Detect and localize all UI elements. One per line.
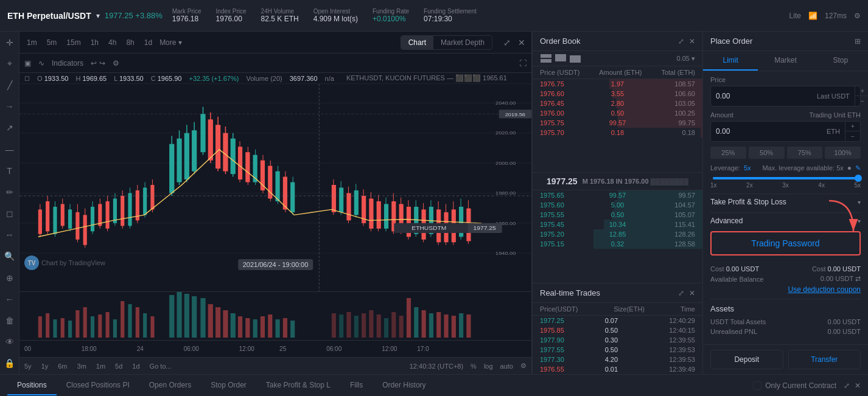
eye-icon[interactable]: 👁	[2, 336, 17, 348]
period-5y[interactable]: 5y	[24, 363, 32, 370]
amount-input[interactable]	[711, 123, 822, 139]
ob-bid-row[interactable]: 1975.45 10.34 115.41	[533, 220, 702, 229]
chart-settings-icon[interactable]: ⚙	[520, 362, 527, 370]
percent-100-btn[interactable]: 100%	[825, 147, 861, 159]
contract-only-checkbox[interactable]	[753, 381, 761, 390]
close-chart-icon[interactable]: ✕	[517, 36, 527, 49]
ob-view-bid-icon[interactable]	[569, 54, 581, 63]
ob-view-both-icon[interactable]	[540, 54, 552, 63]
period-5d[interactable]: 5d	[115, 363, 122, 370]
percent-50-btn[interactable]: 50%	[749, 147, 785, 159]
leverage-edit-icon[interactable]: ✎	[855, 164, 861, 172]
tf-1h[interactable]: 1h	[88, 37, 101, 48]
redo-icon[interactable]: ↪	[99, 59, 105, 68]
measure-icon[interactable]: ↔	[2, 229, 17, 241]
tab-take-profit[interactable]: Take Profit & Stop L	[256, 376, 340, 395]
leverage-slider-track[interactable]	[713, 177, 858, 179]
ob-ask-row[interactable]: 1976.60 3.55 106.60	[533, 89, 702, 99]
tf-15m[interactable]: 15m	[64, 37, 83, 48]
tab-positions[interactable]: Positions	[7, 376, 57, 395]
ob-ask-row[interactable]: 1976.00 0.50 100.25	[533, 108, 702, 118]
period-1m[interactable]: 1m	[96, 363, 105, 370]
goto-btn[interactable]: Go to...	[150, 363, 172, 370]
ob-bid-row[interactable]: 1975.55 0.50 105.07	[533, 210, 702, 220]
ob-ask-row[interactable]: 1976.75 1.97 108.57	[533, 79, 702, 89]
tf-4h[interactable]: 4h	[106, 37, 119, 48]
dropdown-arrow[interactable]: ▾	[96, 12, 100, 20]
magnet-icon[interactable]: ⊕	[2, 272, 17, 283]
period-6m[interactable]: 6m	[58, 363, 67, 370]
compare-icon[interactable]: ∿	[38, 59, 44, 68]
deposit-btn[interactable]: Deposit	[710, 350, 783, 369]
auto-btn[interactable]: auto	[500, 363, 513, 370]
price-decrement-btn[interactable]: −	[855, 96, 868, 106]
ob-bid-row[interactable]: 1975.60 5.00 104.57	[533, 200, 702, 210]
expand-trades-icon[interactable]: ⤢	[678, 289, 684, 297]
close-trades-icon[interactable]: ✕	[689, 289, 695, 297]
tab-closed-positions[interactable]: Closed Positions PI	[57, 376, 139, 395]
text-icon[interactable]: T	[2, 165, 17, 176]
period-3m[interactable]: 3m	[77, 363, 86, 370]
ob-bid-row[interactable]: 1975.65 99.57 99.57	[533, 190, 702, 200]
ob-bid-row[interactable]: 1975.15 0.32 128.58	[533, 239, 702, 249]
ob-bid-row[interactable]: 1975.20 12.85 128.26	[533, 229, 702, 239]
close-bottom-icon[interactable]: ✕	[855, 381, 861, 390]
po-settings-icon[interactable]: ⊞	[855, 37, 861, 46]
ob-precision[interactable]: 0.05 ▾	[677, 55, 695, 63]
close-ob-icon[interactable]: ✕	[689, 37, 695, 46]
period-1y[interactable]: 1y	[41, 363, 49, 370]
undo-icon[interactable]: ↩	[91, 59, 97, 68]
leverage-slider-thumb[interactable]	[855, 175, 862, 182]
use-deduction-btn[interactable]: Use deduction coupon	[788, 285, 861, 294]
percent-25-btn[interactable]: 25%	[710, 147, 746, 159]
percent-75-btn[interactable]: 75%	[787, 147, 823, 159]
log-btn[interactable]: log	[484, 363, 493, 370]
chart-view-btn[interactable]: Chart	[401, 36, 433, 49]
indicators-btn[interactable]: Indicators	[52, 59, 83, 68]
zoom-icon[interactable]: 🔍	[2, 251, 17, 262]
tf-5m[interactable]: 5m	[44, 37, 60, 48]
tab-stop-order[interactable]: Stop Order	[201, 376, 256, 395]
lite-btn[interactable]: Lite	[789, 12, 801, 20]
transfer-btn[interactable]: Transfer	[788, 350, 861, 369]
tab-fills[interactable]: Fills	[340, 376, 373, 395]
chart-canvas[interactable]: 2040.00 2020.00 2000.00 1980.00 1960.00 …	[19, 84, 531, 291]
horizontal-line-icon[interactable]: —	[2, 144, 17, 155]
ob-ask-row[interactable]: 1975.75 99.57 99.75	[533, 118, 702, 128]
ray-icon[interactable]: →	[2, 101, 17, 113]
ob-view-ask-icon[interactable]	[555, 54, 567, 63]
tf-8h[interactable]: 8h	[124, 37, 136, 48]
cursor-icon[interactable]: ⌖	[2, 58, 17, 69]
tf-1d[interactable]: 1d	[142, 37, 155, 48]
trend-line-icon[interactable]: ╱	[2, 79, 17, 91]
po-tab-limit[interactable]: Limit	[703, 51, 758, 71]
price-increment-btn[interactable]: +	[855, 86, 868, 96]
expand-icon[interactable]: ⤢	[502, 36, 512, 49]
brush-icon[interactable]: ✏	[2, 186, 17, 198]
market-depth-btn[interactable]: Market Depth	[433, 36, 492, 49]
ob-ask-row[interactable]: 1976.45 2.80 103.05	[533, 99, 702, 108]
shapes-icon[interactable]: ◻	[2, 208, 17, 220]
po-tab-stop[interactable]: Stop	[813, 51, 868, 71]
amount-decrement-btn[interactable]: −	[845, 131, 860, 141]
settings-icon[interactable]: ⚙	[854, 12, 861, 20]
period-1d[interactable]: 1d	[132, 363, 139, 370]
fullscreen-btn[interactable]: ⛶	[519, 59, 527, 68]
amount-increment-btn[interactable]: +	[845, 122, 860, 131]
ob-ask-row[interactable]: 1975.70 0.18 0.18	[533, 128, 702, 137]
lock-icon[interactable]: 🔒	[2, 358, 17, 369]
tab-order-history[interactable]: Order History	[373, 376, 435, 395]
arrow-icon[interactable]: ↗	[2, 122, 17, 134]
tab-open-orders[interactable]: Open Orders	[139, 376, 201, 395]
po-tab-market[interactable]: Market	[758, 51, 813, 71]
tf-1m[interactable]: 1m	[24, 37, 40, 48]
expand-ob-icon[interactable]: ⤢	[678, 37, 684, 46]
price-input[interactable]	[711, 88, 812, 104]
more-tf-btn[interactable]: More ▾	[159, 38, 182, 47]
crosshair-icon[interactable]: ✛	[2, 36, 17, 48]
chart-settings-btn[interactable]: ⚙	[113, 59, 119, 68]
back-icon[interactable]: ←	[2, 293, 17, 305]
expand-bottom-icon[interactable]: ⤢	[844, 381, 850, 390]
candle-type-icon[interactable]: ▣	[24, 59, 31, 68]
trash-icon[interactable]: 🗑	[2, 314, 17, 326]
